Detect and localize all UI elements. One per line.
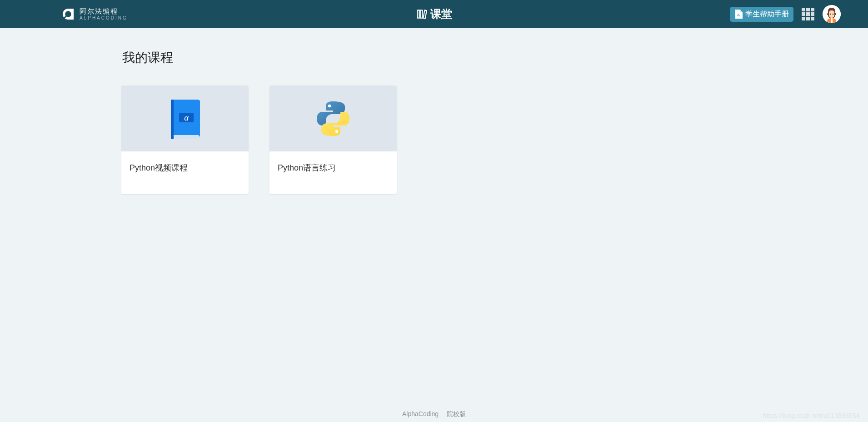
page-title-text: 课堂 xyxy=(430,7,452,21)
course-body: Python视频课程 xyxy=(121,151,249,194)
svg-text:α: α xyxy=(184,114,189,122)
logo[interactable]: 阿尔法编程 ALPHACODING xyxy=(61,7,128,21)
apps-grid-icon[interactable] xyxy=(802,8,814,20)
svg-point-6 xyxy=(833,14,834,15)
svg-point-10 xyxy=(328,104,331,107)
avatar-icon xyxy=(823,5,841,23)
main-content: 我的课程 α Python视频课程 xyxy=(121,28,747,194)
section-title: 我的课程 xyxy=(122,49,747,66)
books-icon xyxy=(416,8,428,20)
footer-brand: AlphaCoding xyxy=(402,410,439,417)
svg-point-5 xyxy=(830,14,831,15)
help-button-label: 学生帮助手册 xyxy=(745,10,789,19)
course-card[interactable]: Python语言练习 xyxy=(269,85,397,194)
help-button[interactable]: A 学生帮助手册 xyxy=(730,7,793,22)
book-icon: α xyxy=(165,97,205,141)
svg-rect-7 xyxy=(831,18,833,23)
course-cover: α xyxy=(121,85,249,151)
svg-rect-2 xyxy=(420,10,422,18)
footer-edition: 院校版 xyxy=(447,410,466,417)
logo-text: 阿尔法编程 ALPHACODING xyxy=(80,8,128,20)
course-title: Python视频课程 xyxy=(130,162,240,173)
svg-point-0 xyxy=(65,11,71,17)
python-icon xyxy=(312,98,354,140)
svg-point-11 xyxy=(335,130,338,132)
logo-en: ALPHACODING xyxy=(80,16,128,20)
course-cover xyxy=(269,85,397,151)
app-header: 阿尔法编程 ALPHACODING 课堂 A 学生帮助手册 xyxy=(0,0,868,28)
avatar[interactable] xyxy=(823,5,841,23)
logo-cn: 阿尔法编程 xyxy=(80,8,128,15)
page-title: 课堂 xyxy=(416,7,452,21)
svg-text:A: A xyxy=(737,13,740,17)
course-card[interactable]: α Python视频课程 xyxy=(121,85,249,194)
pdf-icon: A xyxy=(734,10,743,19)
course-list: α Python视频课程 xyxy=(121,85,747,194)
course-body: Python语言练习 xyxy=(269,151,397,194)
course-title: Python语言练习 xyxy=(278,162,389,173)
footer: AlphaCoding 院校版 xyxy=(0,410,868,418)
header-right: A 学生帮助手册 xyxy=(730,5,841,23)
svg-rect-1 xyxy=(417,10,419,18)
logo-icon xyxy=(61,7,75,21)
